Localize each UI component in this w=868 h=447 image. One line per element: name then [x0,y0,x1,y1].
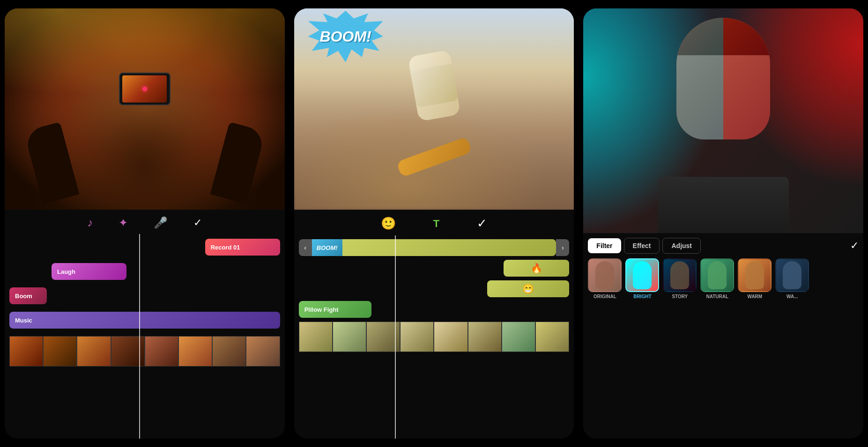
boom-track-rest [342,239,556,256]
filter-extra-thumbnail [775,258,809,292]
filmstrip-frame [299,322,333,352]
thumbnail-person [739,259,771,291]
stage-lights [5,8,285,129]
thumbnail-person-shape [708,261,727,289]
thumbnail-person [589,259,621,291]
filmstrip-frame [178,336,212,366]
filmstrip-frame [502,322,535,352]
track-music-label: Music [15,317,32,324]
fire-emoji-track[interactable]: 🔥 [504,260,569,277]
track-boom[interactable]: Boom [9,287,47,304]
filmstrip-frame [333,322,366,352]
thumbnail-person [664,259,696,291]
thumbnail-person-shape [633,261,652,289]
phone-in-hand [119,73,171,105]
microphone-icon[interactable]: 🎤 [154,216,168,229]
hand-right [210,122,266,204]
thumbnail-person-shape [783,261,801,289]
filter-warm-thumbnail [738,258,772,292]
track-laugh-label: Laugh [57,268,75,275]
thumbnail-person-shape [745,261,764,289]
filter-story-label: STORY [672,294,688,299]
filter-tab-row: Filter Effect Adjust ✓ [588,238,859,254]
filter-bright[interactable]: BRIGHT [625,258,659,299]
skater-shirt [410,64,458,108]
audio-timeline: Record 01 Laugh Boom Music [5,234,285,439]
track-laugh[interactable]: Laugh [52,263,126,280]
face-red-shadow [723,18,770,139]
pillow-fight-label: Pillow Fight [304,306,339,313]
filter-original[interactable]: ORIGINAL [588,258,622,299]
effects-icon[interactable]: ✦ [119,216,128,229]
filmstrip-frame [535,322,569,352]
screen-audio-editor: ♪ ✦ 🎤 ✓ Record 01 Laugh Boom [5,8,285,439]
filter-bright-label: BRIGHT [633,294,651,299]
thumbnail-person [776,259,808,291]
portrait-person [583,8,863,233]
pillow-fight-chip[interactable]: Pillow Fight [299,301,371,318]
tab-adjust[interactable]: Adjust [662,238,701,254]
sticker-confirm-button[interactable]: ✓ [477,216,487,231]
filter-natural[interactable]: NATURAL [700,258,734,299]
filter-extra[interactable]: WA... [775,258,809,299]
skateboard [396,137,472,178]
screen-filter-editor: Filter Effect Adjust ✓ ORIGINAL [583,8,863,439]
skater-body [408,50,460,122]
track-boom-row: Boom [9,287,280,308]
track-boom-label: Boom [15,293,32,300]
playhead [139,234,140,439]
filter-natural-thumbnail [700,258,734,292]
track-music[interactable]: Music [9,312,280,329]
filmstrip-2 [299,322,570,352]
filter-warm[interactable]: WARM [738,258,772,299]
sticker-playhead [395,235,396,439]
phone-screen-mini [122,75,167,103]
skater-figure [383,44,486,175]
thumbnail-person-shape [670,261,689,289]
record-indicator [142,87,147,91]
app-container: ♪ ✦ 🎤 ✓ Record 01 Laugh Boom [0,0,868,447]
video-preview-2: BOOM! [294,8,574,210]
boom-track-left-arrow[interactable]: ‹ [299,239,312,256]
filter-natural-label: NATURAL [706,294,729,299]
smile-emoji: 😁 [522,283,534,294]
boom-track-label: BOOM! [317,244,338,251]
track-music-row: Music [9,312,280,332]
music-add-icon[interactable]: ♪ [87,216,93,229]
track-record01[interactable]: Record 01 [205,239,280,256]
filter-extra-label: WA... [786,294,798,299]
filmstrip-frame [212,336,246,366]
filter-confirm-button[interactable]: ✓ [850,240,859,252]
filmstrip-frame [9,336,43,366]
boom-track-chip[interactable]: BOOM! [312,239,342,256]
tab-filter[interactable]: Filter [588,238,621,253]
filmstrip-frame [77,336,111,366]
hand-left [24,122,80,204]
audio-toolbar: ♪ ✦ 🎤 ✓ [5,210,285,234]
filter-warm-label: WARM [748,294,763,299]
emoji-icon[interactable]: 🙂 [381,216,396,231]
thumbnail-person [626,259,658,291]
boom-sticker[interactable]: BOOM! [308,11,383,62]
boom-sticker-track: ‹ BOOM! › [299,239,570,256]
filmstrip-frame [145,336,178,366]
boom-track-right-arrow[interactable]: › [556,239,569,256]
track-record01-row: Record 01 [9,239,280,259]
tab-effect[interactable]: Effect [624,238,660,254]
confirm-button[interactable]: ✓ [193,217,202,229]
pillow-fight-track: Pillow Fight [299,301,570,318]
smile-emoji-track[interactable]: 😁 [487,280,569,297]
thumbnail-person [701,259,733,291]
video-preview-1 [5,8,285,210]
filter-original-label: ORIGINAL [594,294,616,299]
filter-panel: Filter Effect Adjust ✓ ORIGINAL [583,233,863,439]
filter-bright-thumbnail [625,258,659,292]
filter-story[interactable]: STORY [663,258,697,299]
screen-sticker-editor: BOOM! 🙂 T ✓ ‹ BOOM! › 🔥 [294,8,574,439]
filmstrip-frame [43,336,77,366]
filmstrip-frame [468,322,502,352]
fire-emoji: 🔥 [531,263,542,274]
track-laugh-row: Laugh [9,263,280,284]
track-record01-label: Record 01 [211,244,240,251]
text-icon[interactable]: T [433,218,439,230]
